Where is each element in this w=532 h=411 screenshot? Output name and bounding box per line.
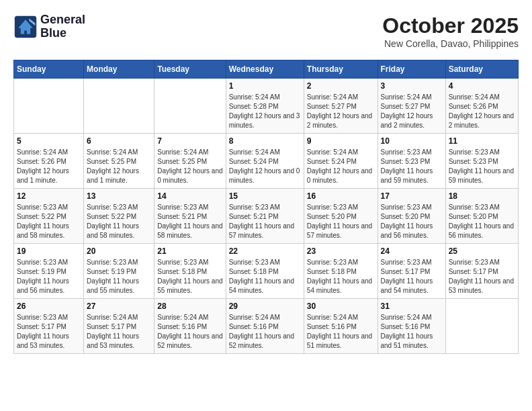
day-cell: 3 Sunrise: 5:24 AM Sunset: 5:27 PM Dayli… — [378, 79, 445, 134]
day-info: Sunrise: 5:24 AM Sunset: 5:26 PM Dayligh… — [449, 93, 515, 130]
day-info: Sunrise: 5:23 AM Sunset: 5:17 PM Dayligh… — [381, 258, 443, 295]
sunrise-text: Sunrise: 5:24 AM — [157, 148, 208, 156]
sunrise-text: Sunrise: 5:23 AM — [17, 203, 68, 211]
day-number: 31 — [381, 302, 443, 311]
day-cell: 6 Sunrise: 5:24 AM Sunset: 5:25 PM Dayli… — [84, 134, 154, 189]
day-cell: 5 Sunrise: 5:24 AM Sunset: 5:26 PM Dayli… — [14, 134, 84, 189]
day-number: 5 — [17, 136, 81, 146]
day-cell: 28 Sunrise: 5:24 AM Sunset: 5:16 PM Dayl… — [154, 299, 226, 354]
day-number: 4 — [449, 81, 515, 91]
sunset-text: Sunset: 5:25 PM — [157, 158, 207, 165]
day-info: Sunrise: 5:24 AM Sunset: 5:16 PM Dayligh… — [381, 313, 443, 351]
day-number: 25 — [449, 246, 515, 256]
logo: General Blue — [13, 13, 85, 40]
day-number: 27 — [87, 302, 151, 311]
day-info: Sunrise: 5:24 AM Sunset: 5:24 PM Dayligh… — [229, 148, 301, 185]
location-title: New Corella, Davao, Philippines — [382, 38, 519, 49]
sunrise-text: Sunrise: 5:23 AM — [157, 259, 208, 266]
sunset-text: Sunset: 5:17 PM — [381, 268, 431, 275]
day-cell: 20 Sunrise: 5:23 AM Sunset: 5:19 PM Dayl… — [84, 244, 154, 299]
sunset-text: Sunset: 5:20 PM — [307, 213, 357, 220]
daylight-label: Daylight — [449, 112, 473, 120]
day-number: 12 — [17, 191, 81, 201]
weekday-header-row: SundayMondayTuesdayWednesdayThursdayFrid… — [14, 60, 519, 79]
day-info: Sunrise: 5:24 AM Sunset: 5:24 PM Dayligh… — [307, 148, 375, 185]
daylight-label: Daylight — [17, 222, 41, 230]
sunset-text: Sunset: 5:23 PM — [381, 158, 431, 165]
day-number: 17 — [381, 191, 443, 201]
day-info: Sunrise: 5:24 AM Sunset: 5:27 PM Dayligh… — [381, 93, 443, 130]
sunset-text: Sunset: 5:27 PM — [381, 103, 431, 110]
daylight-label: Daylight — [449, 167, 473, 175]
sunrise-text: Sunrise: 5:23 AM — [229, 203, 280, 211]
day-cell: 26 Sunrise: 5:23 AM Sunset: 5:17 PM Dayl… — [14, 299, 84, 354]
day-number: 28 — [157, 302, 222, 311]
daylight-label: Daylight — [157, 222, 181, 230]
daylight-label: Daylight — [17, 332, 41, 340]
sunrise-text: Sunrise: 5:23 AM — [381, 148, 432, 156]
day-cell: 19 Sunrise: 5:23 AM Sunset: 5:19 PM Dayl… — [14, 244, 84, 299]
week-row-2: 5 Sunrise: 5:24 AM Sunset: 5:26 PM Dayli… — [14, 134, 519, 189]
sunrise-text: Sunrise: 5:23 AM — [381, 259, 432, 266]
daylight-label: Daylight — [307, 332, 331, 340]
day-info: Sunrise: 5:24 AM Sunset: 5:25 PM Dayligh… — [87, 148, 151, 185]
sunrise-text: Sunrise: 5:24 AM — [87, 148, 138, 156]
day-cell: 14 Sunrise: 5:23 AM Sunset: 5:21 PM Dayl… — [154, 189, 226, 244]
weekday-monday: Monday — [84, 60, 154, 79]
daylight-label: Daylight — [229, 112, 253, 120]
daylight-label: Daylight — [449, 222, 473, 230]
day-number: 24 — [381, 246, 443, 256]
daylight-label: Daylight — [381, 167, 405, 175]
weekday-wednesday: Wednesday — [226, 60, 304, 79]
day-cell — [154, 79, 226, 134]
sunrise-text: Sunrise: 5:23 AM — [87, 203, 138, 211]
day-info: Sunrise: 5:23 AM Sunset: 5:19 PM Dayligh… — [17, 258, 81, 295]
day-cell: 11 Sunrise: 5:23 AM Sunset: 5:23 PM Dayl… — [445, 134, 518, 189]
daylight-label: Daylight — [307, 277, 331, 285]
day-info: Sunrise: 5:23 AM Sunset: 5:20 PM Dayligh… — [449, 203, 515, 240]
day-number: 9 — [307, 136, 375, 146]
day-number: 18 — [449, 191, 515, 201]
day-info: Sunrise: 5:24 AM Sunset: 5:17 PM Dayligh… — [87, 313, 151, 351]
daylight-label: Daylight — [87, 167, 111, 175]
day-number: 20 — [87, 246, 151, 256]
daylight-label: Daylight — [307, 112, 331, 120]
day-cell: 10 Sunrise: 5:23 AM Sunset: 5:23 PM Dayl… — [378, 134, 445, 189]
day-number: 8 — [229, 136, 301, 146]
day-number: 6 — [87, 136, 151, 146]
sunset-text: Sunset: 5:26 PM — [17, 158, 66, 165]
sunset-text: Sunset: 5:16 PM — [157, 323, 207, 330]
daylight-label: Daylight — [17, 167, 41, 175]
day-info: Sunrise: 5:23 AM Sunset: 5:18 PM Dayligh… — [307, 258, 375, 295]
sunset-text: Sunset: 5:16 PM — [381, 323, 431, 330]
daylight-label: Daylight — [229, 277, 253, 285]
day-info: Sunrise: 5:24 AM Sunset: 5:16 PM Dayligh… — [307, 313, 375, 351]
calendar-body: 1 Sunrise: 5:24 AM Sunset: 5:28 PM Dayli… — [14, 79, 519, 354]
sunset-text: Sunset: 5:19 PM — [87, 268, 136, 275]
day-info: Sunrise: 5:23 AM Sunset: 5:20 PM Dayligh… — [381, 203, 443, 240]
sunset-text: Sunset: 5:18 PM — [307, 268, 357, 275]
day-info: Sunrise: 5:24 AM Sunset: 5:16 PM Dayligh… — [229, 313, 301, 351]
sunrise-text: Sunrise: 5:24 AM — [307, 148, 358, 156]
day-info: Sunrise: 5:24 AM Sunset: 5:26 PM Dayligh… — [17, 148, 81, 185]
day-number: 30 — [307, 302, 375, 311]
daylight-label: Daylight — [87, 222, 111, 230]
day-number: 15 — [229, 191, 301, 201]
day-cell: 2 Sunrise: 5:24 AM Sunset: 5:27 PM Dayli… — [304, 79, 378, 134]
day-number: 29 — [229, 302, 301, 311]
sunset-text: Sunset: 5:22 PM — [87, 213, 136, 220]
day-info: Sunrise: 5:24 AM Sunset: 5:25 PM Dayligh… — [157, 148, 222, 185]
week-row-1: 1 Sunrise: 5:24 AM Sunset: 5:28 PM Dayli… — [14, 79, 519, 134]
day-info: Sunrise: 5:23 AM Sunset: 5:23 PM Dayligh… — [449, 148, 515, 185]
logo-line2: Blue — [40, 27, 85, 40]
weekday-saturday: Saturday — [445, 60, 518, 79]
day-cell: 21 Sunrise: 5:23 AM Sunset: 5:18 PM Dayl… — [154, 244, 226, 299]
daylight-label: Daylight — [157, 167, 181, 175]
sunset-text: Sunset: 5:20 PM — [449, 213, 498, 220]
sunset-text: Sunset: 5:17 PM — [87, 323, 136, 330]
sunset-text: Sunset: 5:28 PM — [229, 103, 279, 110]
daylight-label: Daylight — [381, 222, 405, 230]
sunrise-text: Sunrise: 5:24 AM — [307, 93, 358, 101]
sunset-text: Sunset: 5:16 PM — [307, 323, 357, 330]
week-row-3: 12 Sunrise: 5:23 AM Sunset: 5:22 PM Dayl… — [14, 189, 519, 244]
